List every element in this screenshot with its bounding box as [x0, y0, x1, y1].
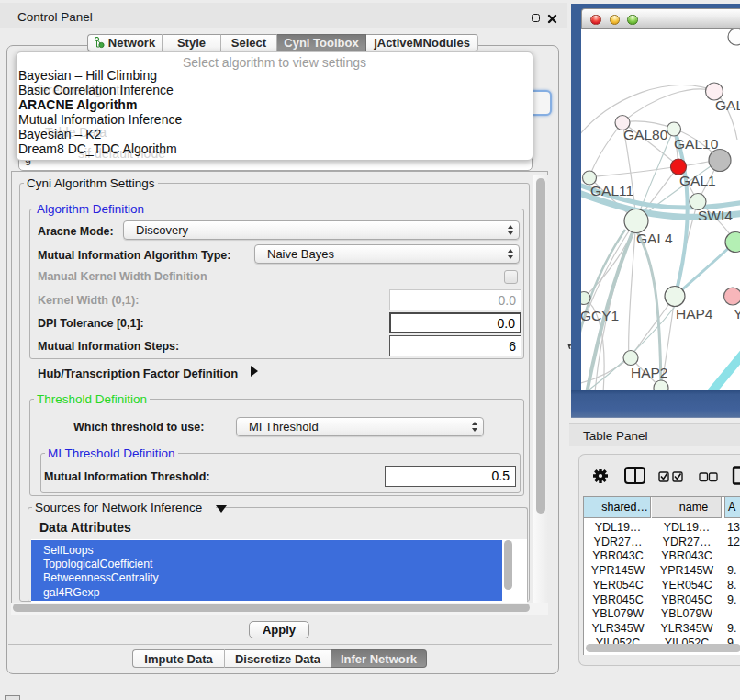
svg-text:GCY1: GCY1 — [581, 308, 619, 323]
svg-text:GAL80: GAL80 — [623, 127, 668, 142]
svg-text:SWI4: SWI4 — [698, 208, 733, 223]
svg-text:HAP4: HAP4 — [676, 306, 713, 322]
svg-text:GAL: GAL — [715, 97, 740, 113]
svg-text:GAL10: GAL10 — [674, 136, 719, 152]
svg-text:HAP2: HAP2 — [631, 365, 668, 380]
svg-text:GAL1: GAL1 — [679, 173, 716, 188]
svg-text:GAL4: GAL4 — [636, 231, 673, 246]
svg-text:GAL11: GAL11 — [590, 183, 633, 198]
svg-text:Y: Y — [734, 306, 740, 322]
